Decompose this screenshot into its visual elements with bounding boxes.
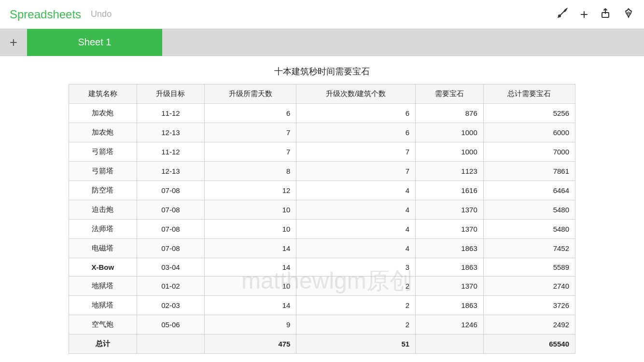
- cell-gems: 1863: [416, 239, 484, 258]
- total-label: 总计: [69, 334, 137, 354]
- cell-target: 07-08: [137, 220, 205, 239]
- total-days: 475: [205, 334, 296, 354]
- cell-total: 6000: [483, 123, 575, 142]
- cell-total: 3726: [483, 296, 575, 315]
- cell-name: 防空塔: [69, 181, 137, 200]
- header-right: +: [556, 7, 634, 22]
- cell-name: 空气炮: [69, 315, 137, 334]
- cell-name: X-Bow: [69, 258, 137, 277]
- cell-gems: 1370: [416, 220, 484, 239]
- cell-name: 弓箭塔: [69, 162, 137, 181]
- sheet-title: 十本建筑秒时间需要宝石: [5, 66, 639, 77]
- table-row: 弓箭塔 11-12 7 7 1000 7000: [69, 142, 575, 162]
- cell-name: 加农炮: [69, 104, 137, 123]
- cell-count: 2: [296, 296, 416, 315]
- cell-count: 6: [296, 123, 416, 142]
- cell-gems: 1000: [416, 142, 484, 162]
- cell-days: 9: [205, 315, 296, 334]
- svg-point-2: [628, 12, 630, 14]
- cell-gems: 1370: [416, 200, 484, 220]
- cell-name: 法师塔: [69, 220, 137, 239]
- cell-days: 12: [205, 181, 296, 200]
- cell-target: 05-06: [137, 315, 205, 334]
- add-button[interactable]: +: [580, 7, 588, 22]
- cell-target: 07-08: [137, 239, 205, 258]
- cell-count: 3: [296, 258, 416, 277]
- cell-days: 7: [205, 123, 296, 142]
- table-row: 加农炮 12-13 7 6 1000 6000: [69, 123, 575, 142]
- cell-days: 6: [205, 104, 296, 123]
- table-row: 加农炮 11-12 6 6 876 5256: [69, 104, 575, 123]
- total-total: 65540: [483, 334, 575, 354]
- cell-target: 12-13: [137, 123, 205, 142]
- col-header-count: 升级次数/建筑个数: [296, 84, 416, 104]
- cell-total: 5256: [483, 104, 575, 123]
- table-row: 法师塔 07-08 10 4 1370 5480: [69, 220, 575, 239]
- table-row: 地狱塔 02-03 14 2 1863 3726: [69, 296, 575, 315]
- cell-total: 5589: [483, 258, 575, 277]
- cell-target: 07-08: [137, 200, 205, 220]
- cell-name: 地狱塔: [69, 296, 137, 315]
- cell-gems: 1863: [416, 296, 484, 315]
- tabs-bar: + Sheet 1: [0, 29, 644, 56]
- cell-target: 03-04: [137, 258, 205, 277]
- cell-gems: 1246: [416, 315, 484, 334]
- settings-button[interactable]: [623, 7, 634, 22]
- tool-icon[interactable]: [556, 7, 569, 22]
- table-row: 空气炮 05-06 9 2 1246 2492: [69, 315, 575, 334]
- cell-gems: 1863: [416, 258, 484, 277]
- undo-button[interactable]: Undo: [91, 9, 112, 19]
- cell-count: 7: [296, 162, 416, 181]
- cell-target: 11-12: [137, 104, 205, 123]
- share-button[interactable]: [600, 7, 611, 22]
- cell-days: 10: [205, 277, 296, 296]
- col-header-gems: 需要宝石: [416, 84, 484, 104]
- total-count: 51: [296, 334, 416, 354]
- cell-total: 2492: [483, 315, 575, 334]
- cell-name: 电磁塔: [69, 239, 137, 258]
- cell-target: 11-12: [137, 142, 205, 162]
- cell-target: 02-03: [137, 296, 205, 315]
- cell-target: 12-13: [137, 162, 205, 181]
- cell-total: 5480: [483, 200, 575, 220]
- cell-count: 7: [296, 142, 416, 162]
- cell-total: 7452: [483, 239, 575, 258]
- table-row: 地狱塔 01-02 10 2 1370 2740: [69, 277, 575, 296]
- cell-total: 2740: [483, 277, 575, 296]
- cell-total: 7000: [483, 142, 575, 162]
- data-table: 建筑名称 升级目标 升级所需天数 升级次数/建筑个数 需要宝石 总计需要宝石 加…: [69, 84, 575, 354]
- header-left: Spreadsheets Undo: [10, 8, 112, 21]
- cell-gems: 1616: [416, 181, 484, 200]
- col-header-total: 总计需要宝石: [483, 84, 575, 104]
- cell-count: 6: [296, 104, 416, 123]
- cell-count: 4: [296, 181, 416, 200]
- cell-days: 10: [205, 220, 296, 239]
- table-row: 防空塔 07-08 12 4 1616 6464: [69, 181, 575, 200]
- col-header-target: 升级目标: [137, 84, 205, 104]
- total-target: [137, 334, 205, 354]
- table-row: 弓箭塔 12-13 8 7 1123 7861: [69, 162, 575, 181]
- cell-days: 10: [205, 200, 296, 220]
- table-row: X-Bow 03-04 14 3 1863 5589: [69, 258, 575, 277]
- app-title: Spreadsheets: [10, 8, 81, 21]
- cell-days: 14: [205, 258, 296, 277]
- total-gems: [416, 334, 484, 354]
- cell-count: 2: [296, 315, 416, 334]
- cell-target: 07-08: [137, 181, 205, 200]
- cell-days: 8: [205, 162, 296, 181]
- cell-count: 4: [296, 200, 416, 220]
- total-row: 总计 475 51 65540: [69, 334, 575, 354]
- cell-name: 迫击炮: [69, 200, 137, 220]
- cell-gems: 1000: [416, 123, 484, 142]
- cell-total: 7861: [483, 162, 575, 181]
- cell-gems: 1123: [416, 162, 484, 181]
- cell-count: 4: [296, 220, 416, 239]
- cell-name: 加农炮: [69, 123, 137, 142]
- table-row: 迫击炮 07-08 10 4 1370 5480: [69, 200, 575, 220]
- add-sheet-button[interactable]: +: [0, 29, 27, 56]
- cell-gems: 876: [416, 104, 484, 123]
- tab-sheet1[interactable]: Sheet 1: [27, 29, 162, 56]
- col-header-days: 升级所需天数: [205, 84, 296, 104]
- cell-gems: 1370: [416, 277, 484, 296]
- sheet-content: 十本建筑秒时间需要宝石 建筑名称 升级目标 升级所需天数 升级次数/建筑个数 需…: [0, 56, 644, 362]
